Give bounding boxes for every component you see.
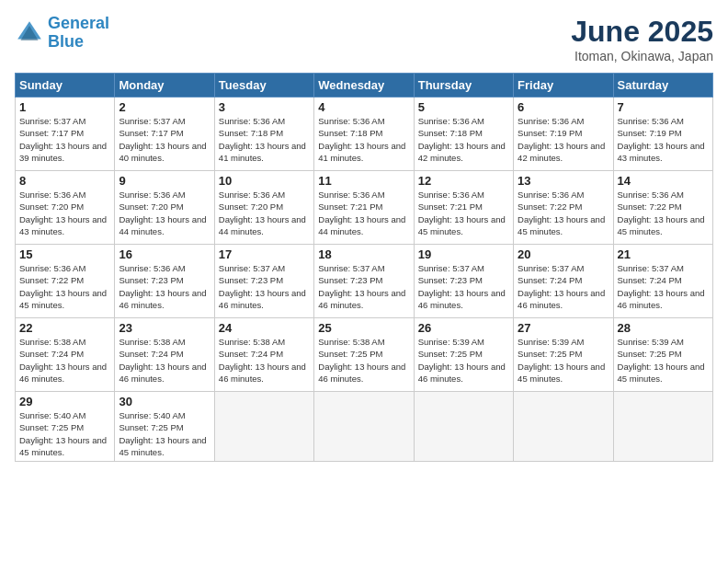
calendar-cell: 8Sunrise: 5:36 AMSunset: 7:20 PMDaylight… [16, 171, 115, 245]
day-info: Sunrise: 5:37 AMSunset: 7:24 PMDaylight:… [618, 262, 709, 311]
day-number: 27 [518, 321, 609, 335]
day-number: 7 [618, 100, 709, 114]
day-info: Sunrise: 5:40 AMSunset: 7:25 PMDaylight:… [19, 409, 110, 458]
calendar-cell: 7Sunrise: 5:36 AMSunset: 7:19 PMDaylight… [613, 98, 712, 171]
calendar-cell: 17Sunrise: 5:37 AMSunset: 7:23 PMDayligh… [214, 245, 313, 318]
calendar-cell: 30Sunrise: 5:40 AMSunset: 7:25 PMDayligh… [115, 392, 214, 462]
weekday-header: Thursday [414, 74, 513, 98]
day-number: 12 [418, 174, 509, 188]
day-number: 10 [219, 174, 310, 188]
day-number: 17 [219, 247, 310, 261]
day-info: Sunrise: 5:36 AMSunset: 7:23 PMDaylight:… [119, 262, 210, 311]
weekday-header-row: SundayMondayTuesdayWednesdayThursdayFrid… [16, 74, 713, 98]
day-info: Sunrise: 5:36 AMSunset: 7:22 PMDaylight:… [518, 189, 609, 237]
calendar-cell: 3Sunrise: 5:36 AMSunset: 7:18 PMDaylight… [214, 98, 313, 171]
weekday-header: Saturday [613, 74, 712, 98]
calendar-cell: 21Sunrise: 5:37 AMSunset: 7:24 PMDayligh… [613, 245, 712, 318]
logo-text: General Blue [48, 15, 109, 52]
day-number: 30 [119, 395, 210, 408]
day-number: 19 [418, 247, 509, 261]
calendar-cell: 11Sunrise: 5:36 AMSunset: 7:21 PMDayligh… [314, 171, 414, 245]
day-number: 22 [19, 321, 110, 335]
day-info: Sunrise: 5:37 AMSunset: 7:24 PMDaylight:… [518, 262, 609, 311]
day-info: Sunrise: 5:38 AMSunset: 7:24 PMDaylight:… [119, 336, 210, 385]
calendar-cell: 20Sunrise: 5:37 AMSunset: 7:24 PMDayligh… [514, 245, 613, 318]
day-number: 1 [19, 100, 110, 114]
day-info: Sunrise: 5:36 AMSunset: 7:19 PMDaylight:… [518, 115, 609, 164]
calendar-cell [214, 392, 313, 462]
day-number: 26 [418, 321, 509, 335]
calendar-row: 22Sunrise: 5:38 AMSunset: 7:24 PMDayligh… [16, 318, 713, 392]
day-number: 21 [618, 247, 709, 261]
day-number: 15 [19, 247, 110, 261]
day-number: 29 [19, 395, 110, 408]
calendar-cell: 15Sunrise: 5:36 AMSunset: 7:22 PMDayligh… [16, 245, 115, 318]
calendar-cell: 13Sunrise: 5:36 AMSunset: 7:22 PMDayligh… [514, 171, 613, 245]
day-number: 6 [518, 100, 609, 114]
page-container: General Blue June 2025 Itoman, Okinawa, … [0, 0, 728, 469]
calendar-cell: 1Sunrise: 5:37 AMSunset: 7:17 PMDaylight… [16, 98, 115, 171]
calendar-cell: 16Sunrise: 5:36 AMSunset: 7:23 PMDayligh… [115, 245, 214, 318]
calendar-cell: 10Sunrise: 5:36 AMSunset: 7:20 PMDayligh… [214, 171, 313, 245]
calendar-cell: 25Sunrise: 5:38 AMSunset: 7:25 PMDayligh… [314, 318, 414, 392]
day-info: Sunrise: 5:36 AMSunset: 7:21 PMDaylight:… [318, 189, 409, 237]
day-info: Sunrise: 5:36 AMSunset: 7:22 PMDaylight:… [19, 262, 110, 311]
day-info: Sunrise: 5:39 AMSunset: 7:25 PMDaylight:… [618, 336, 709, 385]
calendar-row: 15Sunrise: 5:36 AMSunset: 7:22 PMDayligh… [16, 245, 713, 318]
calendar-row: 29Sunrise: 5:40 AMSunset: 7:25 PMDayligh… [16, 392, 713, 462]
day-number: 28 [618, 321, 709, 335]
calendar-cell: 24Sunrise: 5:38 AMSunset: 7:24 PMDayligh… [214, 318, 313, 392]
day-number: 11 [318, 174, 409, 188]
calendar-row: 1Sunrise: 5:37 AMSunset: 7:17 PMDaylight… [16, 98, 713, 171]
day-info: Sunrise: 5:40 AMSunset: 7:25 PMDaylight:… [119, 409, 210, 458]
calendar-cell: 22Sunrise: 5:38 AMSunset: 7:24 PMDayligh… [16, 318, 115, 392]
day-number: 4 [318, 100, 409, 114]
day-info: Sunrise: 5:38 AMSunset: 7:24 PMDaylight:… [219, 336, 310, 385]
day-info: Sunrise: 5:36 AMSunset: 7:19 PMDaylight:… [618, 115, 709, 164]
day-info: Sunrise: 5:39 AMSunset: 7:25 PMDaylight:… [418, 336, 509, 385]
calendar-cell: 26Sunrise: 5:39 AMSunset: 7:25 PMDayligh… [414, 318, 513, 392]
day-number: 23 [119, 321, 210, 335]
calendar-cell: 9Sunrise: 5:36 AMSunset: 7:20 PMDaylight… [115, 171, 214, 245]
day-info: Sunrise: 5:36 AMSunset: 7:18 PMDaylight:… [318, 115, 409, 164]
title-block: June 2025 Itoman, Okinawa, Japan [571, 15, 713, 63]
month-title: June 2025 [571, 15, 713, 49]
weekday-header: Monday [115, 74, 214, 98]
weekday-header: Friday [514, 74, 613, 98]
day-info: Sunrise: 5:36 AMSunset: 7:20 PMDaylight:… [219, 189, 310, 237]
day-info: Sunrise: 5:36 AMSunset: 7:18 PMDaylight:… [418, 115, 509, 164]
day-info: Sunrise: 5:36 AMSunset: 7:18 PMDaylight:… [219, 115, 310, 164]
calendar-cell: 6Sunrise: 5:36 AMSunset: 7:19 PMDaylight… [514, 98, 613, 171]
day-number: 13 [518, 174, 609, 188]
day-number: 3 [219, 100, 310, 114]
location: Itoman, Okinawa, Japan [571, 49, 713, 63]
day-info: Sunrise: 5:37 AMSunset: 7:17 PMDaylight:… [119, 115, 210, 164]
day-info: Sunrise: 5:38 AMSunset: 7:25 PMDaylight:… [318, 336, 409, 385]
day-info: Sunrise: 5:38 AMSunset: 7:24 PMDaylight:… [19, 336, 110, 385]
day-info: Sunrise: 5:37 AMSunset: 7:17 PMDaylight:… [19, 115, 110, 164]
calendar-table: SundayMondayTuesdayWednesdayThursdayFrid… [15, 73, 713, 462]
calendar-cell: 23Sunrise: 5:38 AMSunset: 7:24 PMDayligh… [115, 318, 214, 392]
calendar-cell [613, 392, 712, 462]
day-info: Sunrise: 5:36 AMSunset: 7:21 PMDaylight:… [418, 189, 509, 237]
calendar-cell: 12Sunrise: 5:36 AMSunset: 7:21 PMDayligh… [414, 171, 513, 245]
day-number: 20 [518, 247, 609, 261]
calendar-cell: 29Sunrise: 5:40 AMSunset: 7:25 PMDayligh… [16, 392, 115, 462]
calendar-cell: 27Sunrise: 5:39 AMSunset: 7:25 PMDayligh… [514, 318, 613, 392]
page-header: General Blue June 2025 Itoman, Okinawa, … [15, 15, 713, 63]
day-number: 24 [219, 321, 310, 335]
calendar-cell [314, 392, 414, 462]
calendar-cell [414, 392, 513, 462]
weekday-header: Tuesday [214, 74, 313, 98]
calendar-row: 8Sunrise: 5:36 AMSunset: 7:20 PMDaylight… [16, 171, 713, 245]
weekday-header: Wednesday [314, 74, 414, 98]
calendar-cell: 2Sunrise: 5:37 AMSunset: 7:17 PMDaylight… [115, 98, 214, 171]
calendar-cell: 28Sunrise: 5:39 AMSunset: 7:25 PMDayligh… [613, 318, 712, 392]
calendar-cell [514, 392, 613, 462]
day-info: Sunrise: 5:39 AMSunset: 7:25 PMDaylight:… [518, 336, 609, 385]
day-number: 2 [119, 100, 210, 114]
day-info: Sunrise: 5:37 AMSunset: 7:23 PMDaylight:… [418, 262, 509, 311]
day-info: Sunrise: 5:37 AMSunset: 7:23 PMDaylight:… [219, 262, 310, 311]
calendar-cell: 14Sunrise: 5:36 AMSunset: 7:22 PMDayligh… [613, 171, 712, 245]
day-number: 5 [418, 100, 509, 114]
